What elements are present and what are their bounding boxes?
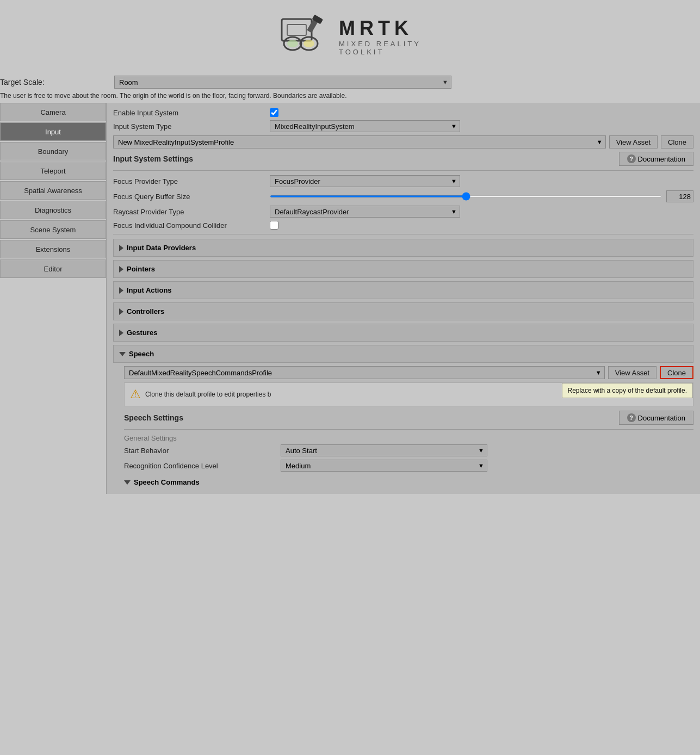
focus-query-buffer-label: Focus Query Buffer Size — [113, 193, 265, 201]
input-profile-select[interactable]: New MixedRealityInputSystemProfile — [113, 135, 606, 148]
sidebar-item-camera[interactable]: Camera — [0, 103, 106, 121]
focus-provider-type-select[interactable]: FocusProvider — [270, 175, 460, 187]
speech-settings-label: Speech Settings — [124, 413, 276, 422]
sidebar-item-scene-system[interactable]: Scene System — [0, 220, 106, 239]
speech-profile-select-wrapper[interactable]: DefaultMixedRealitySpeechCommandsProfile… — [124, 366, 605, 379]
speech-view-asset-button[interactable]: View Asset — [608, 366, 656, 379]
focus-query-buffer-slider[interactable] — [270, 195, 662, 197]
app-title: MRTK — [339, 17, 421, 40]
main-layout: Camera Input Boundary Teleport Spatial A… — [0, 103, 700, 494]
input-actions-triangle-icon — [119, 287, 123, 294]
focus-provider-type-dropdown[interactable]: FocusProvider ▼ — [270, 175, 460, 187]
controllers-section[interactable]: Controllers — [113, 302, 693, 320]
svg-point-4 — [287, 40, 298, 47]
content-panel: Enable Input System Input System Type Mi… — [106, 103, 700, 494]
general-settings-title: General Settings — [124, 434, 693, 442]
sidebar-item-teleport[interactable]: Teleport — [0, 162, 106, 180]
warning-text: Clone this default profile to edit prope… — [145, 391, 271, 398]
input-actions-section[interactable]: Input Actions — [113, 281, 693, 299]
header-text: MRTK MIXED REALITY TOOLKIT — [339, 17, 421, 56]
input-clone-button[interactable]: Clone — [661, 135, 693, 148]
speech-question-icon: ? — [627, 413, 636, 422]
input-system-type-row: Input System Type MixedRealityInputSyste… — [113, 120, 693, 132]
raycast-provider-type-dropdown[interactable]: DefaultRaycastProvider ▼ — [270, 206, 460, 218]
svg-rect-1 — [287, 24, 306, 35]
pointers-section[interactable]: Pointers — [113, 260, 693, 278]
raycast-provider-type-select[interactable]: DefaultRaycastProvider — [270, 206, 460, 218]
speech-section-header[interactable]: Speech — [113, 345, 693, 363]
input-profile-select-wrapper[interactable]: New MixedRealityInputSystemProfile ▼ — [113, 135, 606, 148]
target-scale-label: Target Scale: — [0, 78, 109, 86]
focus-query-buffer-value: 128 — [666, 190, 693, 202]
input-system-settings-row: Input System Settings ? Documentation — [113, 152, 693, 166]
start-behavior-label: Start Behavior — [124, 447, 276, 455]
sidebar-item-boundary[interactable]: Boundary — [0, 142, 106, 160]
focus-individual-row: Focus Individual Compound Collider — [113, 221, 693, 230]
speech-profile-select[interactable]: DefaultMixedRealitySpeechCommandsProfile — [124, 366, 605, 379]
enable-input-system-label: Enable Input System — [113, 109, 265, 117]
focus-individual-label: Focus Individual Compound Collider — [113, 221, 265, 230]
svg-point-5 — [303, 40, 314, 47]
focus-provider-type-row: Focus Provider Type FocusProvider ▼ — [113, 175, 693, 187]
target-scale-select-wrapper[interactable]: Room World OrientationOnly ▼ — [114, 76, 451, 89]
input-data-providers-triangle-icon — [119, 245, 123, 251]
input-system-type-label: Input System Type — [113, 122, 265, 131]
tooltip-popup: Replace with a copy of the default profi… — [562, 383, 693, 398]
focus-provider-type-label: Focus Provider Type — [113, 177, 265, 185]
target-scale-select[interactable]: Room World OrientationOnly — [114, 76, 451, 89]
general-settings: General Settings Start Behavior Auto Sta… — [113, 434, 693, 472]
sidebar-item-extensions[interactable]: Extensions — [0, 240, 106, 258]
sidebar-item-diagnostics[interactable]: Diagnostics — [0, 201, 106, 219]
speech-triangle-icon — [119, 352, 126, 356]
input-view-asset-button[interactable]: View Asset — [609, 135, 658, 148]
start-behavior-select-wrapper[interactable]: Auto Start Manual Start ▼ — [281, 444, 487, 456]
sidebar-item-input[interactable]: Input — [0, 122, 106, 141]
sidebar-item-spatial-awareness[interactable]: Spatial Awareness — [0, 181, 106, 200]
speech-commands-header[interactable]: Speech Commands — [113, 475, 693, 488]
app-subtitle: MIXED REALITY TOOLKIT — [339, 40, 421, 56]
focus-query-buffer-row: Focus Query Buffer Size 128 — [113, 190, 693, 202]
logo-icon — [279, 11, 328, 61]
recognition-confidence-select-wrapper[interactable]: Medium Low High ▼ — [281, 460, 487, 472]
question-icon: ? — [627, 154, 636, 163]
input-system-type-select[interactable]: MixedRealityInputSystem — [270, 120, 460, 132]
divider-1 — [113, 170, 693, 171]
input-profile-row: New MixedRealityInputSystemProfile ▼ Vie… — [113, 135, 693, 148]
gestures-section[interactable]: Gestures — [113, 324, 693, 342]
speech-warning-box: ⚠ Clone this default profile to edit pro… — [124, 382, 693, 406]
start-behavior-row: Start Behavior Auto Start Manual Start ▼ — [124, 444, 693, 456]
warning-icon: ⚠ — [130, 387, 141, 401]
controllers-triangle-icon — [119, 308, 123, 315]
speech-section: Speech DefaultMixedRealitySpeechCommands… — [113, 345, 693, 488]
header: MRTK MIXED REALITY TOOLKIT — [0, 0, 700, 72]
sidebar: Camera Input Boundary Teleport Spatial A… — [0, 103, 106, 494]
sidebar-item-editor[interactable]: Editor — [0, 259, 106, 278]
speech-settings-doc-button[interactable]: ? Documentation — [619, 411, 693, 425]
pointers-triangle-icon — [119, 266, 123, 273]
input-system-settings-label: Input System Settings — [113, 154, 265, 163]
raycast-provider-type-row: Raycast Provider Type DefaultRaycastProv… — [113, 206, 693, 218]
input-system-settings-doc-button[interactable]: ? Documentation — [619, 152, 693, 166]
target-scale-description: The user is free to move about the room.… — [0, 91, 700, 103]
gestures-triangle-icon — [119, 330, 123, 336]
divider-2 — [113, 234, 693, 234]
target-scale-row: Target Scale: Room World OrientationOnly… — [0, 72, 700, 91]
input-system-type-dropdown[interactable]: MixedRealityInputSystem ▼ — [270, 120, 460, 132]
enable-input-system-checkbox[interactable] — [270, 108, 278, 117]
enable-input-system-row: Enable Input System — [113, 108, 693, 117]
input-data-providers-section[interactable]: Input Data Providers — [113, 239, 693, 257]
speech-settings-row: Speech Settings ? Documentation — [124, 411, 693, 425]
divider-3 — [124, 429, 693, 430]
speech-clone-button[interactable]: Clone — [660, 366, 693, 379]
raycast-provider-type-label: Raycast Provider Type — [113, 208, 265, 216]
recognition-confidence-row: Recognition Confidence Level Medium Low … — [124, 460, 693, 472]
speech-profile-row: DefaultMixedRealitySpeechCommandsProfile… — [113, 366, 693, 379]
recognition-confidence-label: Recognition Confidence Level — [124, 462, 276, 470]
recognition-confidence-select[interactable]: Medium Low High — [281, 460, 487, 472]
speech-commands-triangle-icon — [124, 480, 131, 485]
focus-individual-checkbox[interactable] — [270, 221, 278, 230]
start-behavior-select[interactable]: Auto Start Manual Start — [281, 444, 487, 456]
